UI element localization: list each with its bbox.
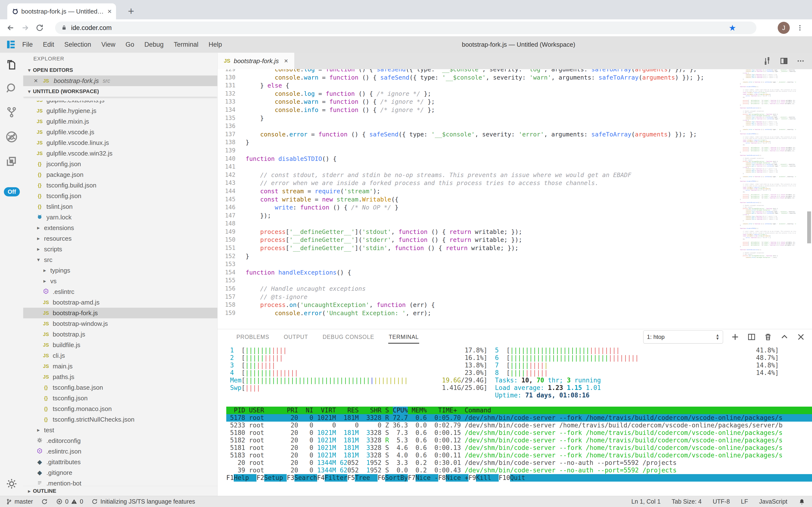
back-icon[interactable] bbox=[3, 20, 18, 35]
open-changes-icon[interactable] bbox=[763, 57, 771, 65]
settings-gear-icon[interactable] bbox=[4, 476, 19, 491]
open-editor-item[interactable]: × JS bootstrap-fork.js src bbox=[23, 75, 217, 86]
tree-file-cli.js[interactable]: JScli.js bbox=[23, 350, 217, 361]
tree-file-gulpfile.mixin.js[interactable]: JSgulpfile.mixin.js bbox=[23, 116, 217, 127]
browser-tab[interactable]: bootstrap-fork.js — Untitled (W × bbox=[7, 3, 116, 19]
tree-folder-src[interactable]: ▾src bbox=[23, 255, 217, 265]
panel-tab-debug-console[interactable]: DEBUG CONSOLE bbox=[322, 330, 375, 344]
tab-size-indicator[interactable]: Tab Size: 4 bbox=[672, 498, 702, 505]
menu-item-file[interactable]: File bbox=[22, 41, 33, 48]
more-actions-icon[interactable] bbox=[797, 57, 805, 65]
new-terminal-icon[interactable] bbox=[731, 333, 740, 341]
terminal-htop[interactable]: 1 [||||||||||| 17.8%] 5 [|||||||||||||||… bbox=[226, 347, 812, 496]
kill-terminal-trash-icon[interactable] bbox=[764, 333, 772, 341]
code-line-132: 132 console.log = function () { /* ignor… bbox=[217, 90, 812, 98]
menu-item-selection[interactable]: Selection bbox=[64, 41, 91, 48]
editor-tab-close-icon[interactable]: × bbox=[284, 57, 288, 65]
tree-file-.editorconfig[interactable]: .editorconfig bbox=[23, 435, 217, 446]
menu-item-debug[interactable]: Debug bbox=[144, 41, 164, 48]
menu-item-edit[interactable]: Edit bbox=[43, 41, 54, 48]
open-editors-header[interactable]: ▾ OPEN EDITORS bbox=[23, 65, 217, 75]
tree-file-bootstrap-amd.js[interactable]: JSbootstrap-amd.js bbox=[23, 297, 217, 308]
tree-file-jsconfig.json[interactable]: {}jsconfig.json bbox=[23, 159, 217, 169]
tree-file-.gitignore[interactable]: ◆.gitignore bbox=[23, 467, 217, 478]
tree-file-gulpfile.vscode.linux.js[interactable]: JSgulpfile.vscode.linux.js bbox=[23, 137, 217, 148]
eol-indicator[interactable]: LF bbox=[741, 498, 748, 505]
editor-scrollbar-thumb[interactable] bbox=[807, 211, 811, 243]
tree-file-.eslintrc[interactable]: .eslintrc bbox=[23, 286, 217, 297]
tree-file-.eslintrc.json[interactable]: .eslintrc.json bbox=[23, 446, 217, 457]
tree-file-tsconfig.strictNullChecks.json[interactable]: {}tsconfig.strictNullChecks.json bbox=[23, 414, 217, 425]
cursor-position[interactable]: Ln 1, Col 1 bbox=[631, 498, 661, 505]
tree-file-gulpfile.hygiene.js[interactable]: JSgulpfile.hygiene.js bbox=[23, 106, 217, 116]
chevron-right-icon: ▸ bbox=[35, 235, 42, 242]
tree-file-main.js[interactable]: JSmain.js bbox=[23, 361, 217, 372]
minimap[interactable]: console.log = function () { safeSend({ t… bbox=[740, 69, 796, 260]
tree-file-paths.js[interactable]: JSpaths.js bbox=[23, 372, 217, 382]
tree-file-tsconfig.monaco.json[interactable]: {}tsconfig.monaco.json bbox=[23, 403, 217, 414]
close-icon[interactable]: × bbox=[34, 77, 38, 84]
tree-file-tslint.json[interactable]: {}tslint.json bbox=[23, 201, 217, 212]
reload-icon[interactable] bbox=[33, 20, 47, 35]
panel-tab-output[interactable]: OUTPUT bbox=[283, 330, 309, 344]
new-tab-button[interactable]: + bbox=[124, 4, 138, 18]
notifications-bell-icon[interactable] bbox=[799, 498, 805, 505]
tree-file-tsconfig.base.json[interactable]: {}tsconfig.base.json bbox=[23, 382, 217, 393]
sync-icon[interactable] bbox=[41, 498, 48, 505]
close-panel-icon[interactable] bbox=[797, 333, 805, 341]
menu-item-go[interactable]: Go bbox=[125, 41, 134, 48]
tree-file-.mention-bot[interactable]: .mention-bot bbox=[23, 478, 217, 486]
terminal-select[interactable]: 1: htop ▲▼ bbox=[643, 330, 723, 343]
outline-header[interactable]: ▸ OUTLINE bbox=[23, 486, 217, 496]
tree-folder-vs[interactable]: ▸vs bbox=[23, 276, 217, 286]
search-icon[interactable] bbox=[4, 81, 19, 96]
bookmark-star-icon[interactable]: ★ bbox=[729, 23, 736, 33]
tree-file-bootstrap-window.js[interactable]: JSbootstrap-window.js bbox=[23, 318, 217, 329]
debug-off-icon[interactable] bbox=[4, 130, 19, 144]
tree-file-gulpfile.vscode.win32.js[interactable]: JSgulpfile.vscode.win32.js bbox=[23, 148, 217, 159]
url-bar[interactable]: ide.coder.com ★ bbox=[55, 21, 756, 34]
split-editor-icon[interactable] bbox=[779, 57, 788, 65]
problems-indicator[interactable]: 0 0 bbox=[56, 498, 83, 505]
maximize-panel-icon[interactable] bbox=[780, 333, 789, 341]
explorer-icon[interactable] bbox=[4, 58, 19, 72]
tree-file-bootstrap.js[interactable]: JSbootstrap.js bbox=[23, 329, 217, 340]
forward-icon[interactable] bbox=[18, 20, 33, 35]
browser-tab-close-icon[interactable]: × bbox=[107, 7, 112, 15]
tree-folder-typings[interactable]: ▸typings bbox=[23, 265, 217, 276]
git-branch-indicator[interactable]: master bbox=[6, 498, 33, 505]
tree-folder-test[interactable]: ▸test bbox=[23, 425, 217, 435]
json-braces-icon: {} bbox=[35, 172, 45, 177]
workspace-header[interactable]: ▾ UNTITLED (WORKSPACE) bbox=[23, 86, 217, 97]
menu-item-view[interactable]: View bbox=[101, 41, 115, 48]
extensions-icon[interactable] bbox=[4, 154, 19, 168]
sidebar-title: EXPLORER bbox=[23, 53, 217, 65]
tree-file-tsconfig.json[interactable]: {}tsconfig.json bbox=[23, 393, 217, 403]
js-icon: JS bbox=[35, 140, 45, 146]
tree-file-tsconfig.json[interactable]: {}tsconfig.json bbox=[23, 190, 217, 201]
code-editor[interactable]: 129 console.log = function () { safeSend… bbox=[217, 69, 812, 329]
encoding-indicator[interactable]: UTF-8 bbox=[713, 498, 730, 505]
tree-file-gulpfile.extensions.js[interactable]: JSgulpfile.extensions.js bbox=[23, 101, 217, 106]
menu-item-help[interactable]: Help bbox=[209, 41, 222, 48]
tree-file-bootstrap-fork.js[interactable]: JSbootstrap-fork.js bbox=[23, 308, 217, 318]
tree-folder-scripts[interactable]: ▸scripts bbox=[23, 244, 217, 255]
tree-file-buildfile.js[interactable]: JSbuildfile.js bbox=[23, 340, 217, 350]
split-terminal-icon[interactable] bbox=[747, 333, 756, 341]
browser-menu-icon[interactable] bbox=[795, 22, 805, 34]
avatar[interactable]: J bbox=[778, 22, 790, 34]
panel-tab-terminal[interactable]: TERMINAL bbox=[388, 330, 419, 344]
source-control-icon[interactable] bbox=[4, 105, 19, 119]
tree-folder-extensions[interactable]: ▸extensions bbox=[23, 223, 217, 233]
tree-folder-resources[interactable]: ▸resources bbox=[23, 233, 217, 244]
menu-item-terminal[interactable]: Terminal bbox=[174, 41, 198, 48]
tree-file-.gitattributes[interactable]: ◆.gitattributes bbox=[23, 457, 217, 467]
tree-file-package.json[interactable]: {}package.json bbox=[23, 169, 217, 180]
tree-file-gulpfile.vscode.js[interactable]: JSgulpfile.vscode.js bbox=[23, 127, 217, 137]
language-mode[interactable]: JavaScript bbox=[759, 498, 787, 505]
js-icon: JS bbox=[35, 129, 45, 135]
panel-tab-problems[interactable]: PROBLEMS bbox=[236, 330, 270, 344]
editor-tab[interactable]: JS bootstrap-fork.js × bbox=[217, 53, 295, 69]
tree-file-tsconfig.build.json[interactable]: {}tsconfig.build.json bbox=[23, 180, 217, 190]
tree-file-yarn.lock[interactable]: yarn.lock bbox=[23, 212, 217, 223]
